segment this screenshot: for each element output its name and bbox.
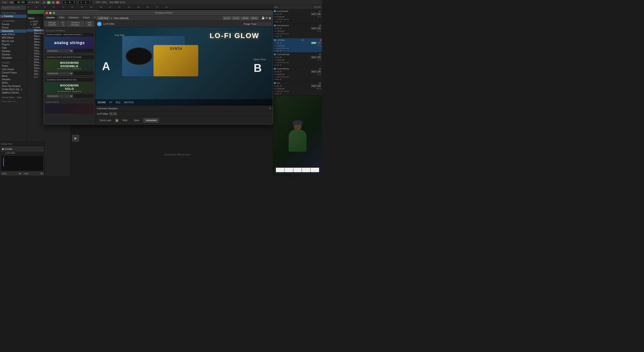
sunn-pack-item[interactable]: SUNN PACK VOL. 1: [0, 88, 27, 91]
sunn-item[interactable]: Sunn Flip Samples: [0, 84, 27, 88]
seq-nav[interactable]: SEQ: [116, 101, 120, 104]
key-label[interactable]: Key: [110, 1, 114, 4]
ch1-auto-btn[interactable]: Auto: [311, 13, 316, 15]
sample-packs-item[interactable]: SAMPLE PACKS: [0, 91, 27, 95]
settings-icon[interactable]: ⚙: [266, 17, 268, 20]
ch2-auto-btn[interactable]: Auto: [311, 27, 316, 30]
instruments-item[interactable]: Instruments: [0, 29, 27, 33]
fx-nav[interactable]: FX: [109, 101, 112, 104]
tune-label: Tune: [251, 23, 257, 25]
kontakt-groove-item[interactable]: Kontakt: [1, 147, 44, 151]
track-block-1[interactable]: [28, 10, 46, 14]
instrument-tab[interactable]: Instrument: [144, 118, 159, 123]
ch4-off-btn[interactable]: Off: [317, 56, 321, 59]
position-display[interactable]: 2. 4. 3: [63, 1, 76, 4]
substance-image[interactable]: [45, 104, 94, 114]
groove-dropdown-1[interactable]: none: [1, 172, 22, 175]
midi-effects-item[interactable]: MIDI Effects: [0, 36, 27, 40]
instr-nav-close-icon[interactable]: ×: [269, 107, 271, 110]
ch1-off-btn[interactable]: Off: [317, 13, 321, 15]
instr-nav-next-button[interactable]: 11: [113, 112, 117, 115]
woodwind-ensemble-card[interactable]: Symphony Series Woodwind Ensemble WOODWI…: [45, 55, 94, 76]
bar-label[interactable]: 1 Bar: [34, 1, 39, 4]
music-item[interactable]: Music: [0, 74, 27, 78]
ch5-off-btn[interactable]: Off: [317, 70, 321, 73]
loop-display[interactable]: 1. 1. 1: [79, 1, 92, 4]
max-live-item[interactable]: Max for Live: [0, 40, 27, 43]
samples-item[interactable]: Samples: [0, 50, 27, 53]
rewind-button[interactable]: ⏮: [42, 1, 46, 4]
ch2-routing: All Ins ▼: [274, 27, 282, 30]
clips-item[interactable]: Clips: [0, 46, 27, 50]
packs-item[interactable]: Packs: [0, 64, 27, 68]
mixer-icon-2[interactable]: ⊟: [317, 6, 318, 8]
expert-tab[interactable]: Expert: [81, 17, 92, 20]
layout-icon[interactable]: ▦: [269, 17, 271, 20]
splice-item[interactable]: Splice: [0, 81, 27, 84]
midi-label[interactable]: MIDI: [114, 1, 119, 4]
tune-display[interactable]: [258, 23, 271, 25]
grooves-item[interactable]: Grooves: [0, 53, 27, 56]
plug-ins-item[interactable]: Plug-ins: [0, 43, 27, 46]
ch2-off-btn[interactable]: Off: [317, 27, 321, 30]
lofiglow-groove-sub: Lo-Fi Glow: [1, 151, 44, 155]
audio-effects-item[interactable]: Audio Effects: [0, 33, 27, 36]
ch3-off-btn[interactable]: Off: [317, 42, 321, 44]
current-project-item[interactable]: Current Project: [0, 71, 27, 74]
macros-nav[interactable]: MACROS: [124, 101, 134, 104]
analog-strings-card[interactable]: Session Guitarist - Strummed Acoustic 2 …: [45, 32, 94, 53]
r2-button[interactable]: R-2: [60, 21, 66, 27]
woodwind-ensemble-type-select[interactable]: Instruments: [46, 72, 73, 75]
search-input[interactable]: [1, 6, 26, 10]
ch3-auto-btn[interactable]: Auto: [311, 42, 316, 44]
database-tab[interactable]: Database: [66, 17, 81, 20]
multi-tab[interactable]: Multi: [120, 118, 130, 123]
range-01-16[interactable]: 01-16: [223, 17, 231, 20]
library-search-button[interactable]: Library or Company...: [67, 21, 84, 27]
range-49-64[interactable]: 49-64: [250, 17, 258, 20]
link-label[interactable]: Link: [2, 1, 6, 4]
range-17-32[interactable]: 17-32: [232, 17, 240, 20]
record-button[interactable]: ⏺: [56, 1, 60, 4]
instr-hav-button[interactable]: Instr Hav: [85, 21, 94, 27]
analog-type-select[interactable]: Instruments: [46, 49, 73, 52]
tempo-display[interactable]: 82.00: [14, 1, 28, 4]
favorites-item[interactable]: Favorites: [0, 15, 27, 18]
play-button[interactable]: ▶: [47, 1, 50, 4]
instrument-power-icon[interactable]: ●: [97, 22, 102, 26]
ch5-auto-btn[interactable]: Auto: [311, 70, 316, 73]
woodwind-solo-card[interactable]: Symphony Series Woodwind Solo WOODWIND S…: [45, 78, 94, 98]
quick-load-tab[interactable]: Quick-Load: [97, 118, 114, 123]
tap-label[interactable]: Tap: [10, 1, 13, 4]
stop-button[interactable]: ⏹: [52, 1, 55, 4]
multi-rack-button[interactable]: Multi Rack: [97, 17, 110, 20]
samples2-item[interactable]: Samples: [0, 78, 27, 81]
range-33-48[interactable]: 33-48: [241, 17, 249, 20]
manage-libraries-button[interactable]: Manage Libraries: [45, 21, 60, 27]
time-sig[interactable]: 4 / 4: [28, 1, 33, 4]
libraries-tab[interactable]: Libraries: [44, 17, 57, 20]
library-entry-woodwind-solo: Symphony Series Woodwind Solo WOODWIND S…: [45, 78, 94, 98]
files-tab[interactable]: Files: [57, 17, 66, 20]
mixer-icon-3[interactable]: ☰: [319, 6, 321, 8]
lock-icon[interactable]: 🔒: [115, 119, 118, 122]
sounds-item[interactable]: Sounds: [0, 23, 27, 26]
templates-item[interactable]: Templates: [0, 56, 27, 60]
mixer-icon-1[interactable]: ⊞: [314, 6, 316, 8]
instr-nav-prev-button[interactable]: 6: [109, 112, 113, 115]
ch4-auto-btn[interactable]: Auto: [311, 56, 316, 59]
woodwind-solo-type-select[interactable]: Instruments: [46, 95, 73, 98]
sound-nav[interactable]: SOUND: [98, 101, 106, 104]
ch6-auto-btn[interactable]: Auto: [311, 85, 316, 87]
save-icon[interactable]: 💾: [262, 17, 265, 20]
bank-tab[interactable]: Bank: [132, 118, 142, 123]
zoom-label[interactable]: 22 %: [120, 1, 125, 4]
user-library-item[interactable]: User Library: [0, 68, 27, 71]
instrument-controls: Purge Tune: [244, 23, 271, 25]
collections-section: Collections Favorites: [0, 11, 27, 19]
clip-play-button[interactable]: ▶: [72, 135, 79, 142]
kontakt-library-list: ANALOG STRINGS Session Guitarist - Strum…: [44, 28, 95, 124]
groove-dropdown-2[interactable]: none: [23, 172, 44, 175]
drums-item[interactable]: Drums: [0, 26, 27, 29]
ch6-off-btn[interactable]: Off: [317, 85, 321, 87]
